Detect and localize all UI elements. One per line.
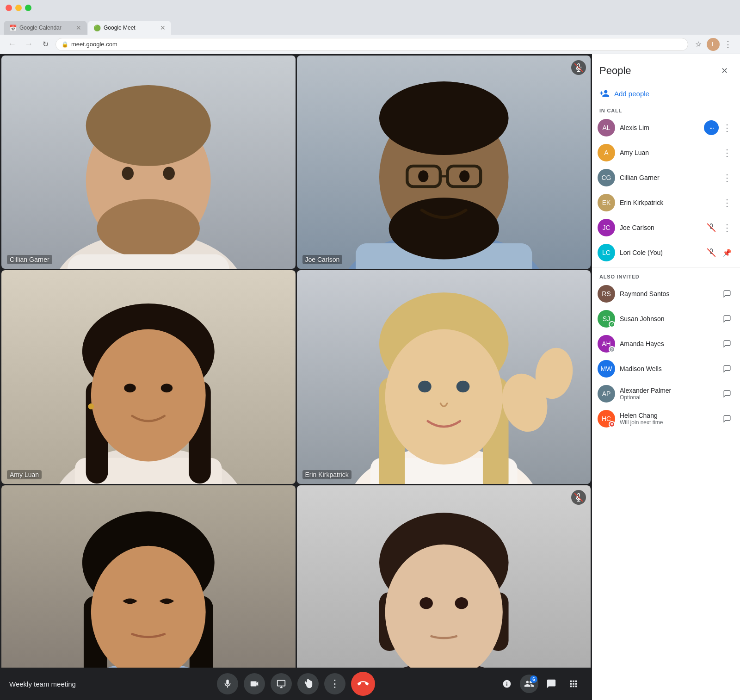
chat-icon-alexander xyxy=(723,390,731,398)
bookmark-icon[interactable]: ☆ xyxy=(692,38,705,51)
participant-info-raymond: Raymond Santos xyxy=(620,290,715,297)
avatar-cillian: CG xyxy=(598,169,615,186)
participant-item-madison: MW Madison Wells xyxy=(592,356,740,381)
participant-sub-alexander: Optional xyxy=(620,394,715,401)
avatar-erin: EK xyxy=(598,194,615,211)
people-panel-button[interactable]: 6 xyxy=(520,675,538,693)
traffic-minimize[interactable] xyxy=(15,5,22,11)
participant-actions-joe: ⋮ xyxy=(704,220,734,235)
participant-name-cillian: Cillian Garner xyxy=(620,174,715,181)
avatar-raymond: RS xyxy=(598,285,615,303)
more-options-amy[interactable]: ⋮ xyxy=(720,145,734,160)
message-amanda[interactable] xyxy=(720,336,734,351)
participant-name-alexis: Alexis Lim xyxy=(620,124,699,131)
participant-info-madison: Madison Wells xyxy=(620,365,715,372)
participant-item-susan: SJ ✓ Susan Johnson xyxy=(592,306,740,331)
chat-icon-susan xyxy=(723,315,731,323)
info-icon xyxy=(502,679,512,688)
present-button[interactable] xyxy=(271,673,292,694)
back-button[interactable]: ← xyxy=(6,38,18,51)
panel-close-button[interactable]: ✕ xyxy=(716,62,733,79)
message-madison[interactable] xyxy=(720,361,734,376)
svg-point-44 xyxy=(91,546,206,678)
participant-item-amanda: AH ? Amanda Hayes xyxy=(592,331,740,356)
participant-info-cillian: Cillian Garner xyxy=(620,174,715,181)
camera-toggle-button[interactable] xyxy=(244,673,265,694)
participant-actions-amy: ⋮ xyxy=(720,145,734,160)
panel-title: People xyxy=(599,65,631,77)
tile-name-amy: Amy Luan xyxy=(7,470,42,479)
traffic-close[interactable] xyxy=(6,5,12,11)
tab-meet[interactable]: 🟢 Google Meet ✕ xyxy=(88,21,171,35)
participant-info-susan: Susan Johnson xyxy=(620,315,715,322)
more-options-joe[interactable]: ⋮ xyxy=(720,220,734,235)
people-panel: People ✕ Add people IN CALL AL Alexis Li… xyxy=(592,54,740,700)
svg-point-5 xyxy=(163,167,175,180)
profile-avatar[interactable]: L xyxy=(707,38,720,51)
participant-info-lori: Lori Cole (You) xyxy=(620,249,699,256)
message-alexander[interactable] xyxy=(720,386,734,401)
chat-panel-icon xyxy=(546,679,556,689)
message-susan[interactable] xyxy=(720,311,734,326)
participant-name-lori: Lori Cole (You) xyxy=(620,249,699,256)
present-icon xyxy=(276,679,286,689)
panel-header: People ✕ xyxy=(592,54,740,84)
participant-item-amy: A Amy Luan ⋮ xyxy=(592,140,740,165)
avatar-lori: LC xyxy=(598,244,615,261)
add-people-button[interactable]: Add people xyxy=(592,84,740,103)
svg-point-16 xyxy=(459,170,469,182)
end-call-button[interactable] xyxy=(351,672,375,696)
avatar-alexis: AL xyxy=(598,119,615,136)
url-bar[interactable]: 🔒 meet.google.com xyxy=(56,38,688,51)
video-tile-lori: Lori Cole xyxy=(297,485,591,699)
activities-button[interactable] xyxy=(564,675,583,693)
chat-button[interactable] xyxy=(542,675,561,693)
svg-line-56 xyxy=(708,224,715,232)
chat-icon-amanda xyxy=(723,340,731,348)
mute-lori[interactable] xyxy=(704,245,719,260)
more-controls-button[interactable]: ⋮ xyxy=(324,673,345,694)
browser-chrome: 📅 Google Calendar ✕ 🟢 Google Meet ✕ xyxy=(0,0,740,35)
svg-point-27 xyxy=(161,384,173,393)
more-browser-menu[interactable]: ⋮ xyxy=(722,38,734,51)
participant-list: IN CALL AL Alexis Lim ··· ⋮ A Amy Luan xyxy=(592,103,740,700)
svg-point-51 xyxy=(419,597,433,609)
svg-point-26 xyxy=(124,384,136,393)
meeting-info-button[interactable] xyxy=(498,675,516,693)
forward-button[interactable]: → xyxy=(22,38,35,51)
video-tile-erin: Erin Kirkpatrick xyxy=(297,270,591,483)
tile-name-joe: Joe Carlson xyxy=(302,255,343,264)
bottom-controls-bar: Weekly team meeting xyxy=(0,668,592,700)
raise-hand-button[interactable] xyxy=(297,673,319,694)
participant-actions-lori: 📌 xyxy=(704,245,734,260)
participant-item-alexander: AP Alexander Palmer Optional xyxy=(592,381,740,406)
active-speaker-indicator[interactable]: ··· xyxy=(704,120,719,135)
url-text: meet.google.com xyxy=(71,41,117,48)
message-helen[interactable] xyxy=(720,411,734,426)
tab-calendar[interactable]: 📅 Google Calendar ✕ xyxy=(4,21,87,35)
chat-icon-raymond xyxy=(723,290,731,298)
more-options-cillian[interactable]: ⋮ xyxy=(720,170,734,185)
participant-name-raymond: Raymond Santos xyxy=(620,290,715,297)
svg-point-28 xyxy=(88,403,94,409)
participant-info-amy: Amy Luan xyxy=(620,149,715,156)
more-options-erin[interactable]: ⋮ xyxy=(720,195,734,210)
participant-info-joe: Joe Carlson xyxy=(620,224,699,231)
svg-point-15 xyxy=(418,170,428,182)
badge-question-amanda: ? xyxy=(609,346,615,353)
raise-hand-icon xyxy=(303,679,313,689)
traffic-maximize[interactable] xyxy=(25,5,31,11)
pin-lori[interactable]: 📌 xyxy=(720,245,734,260)
control-buttons: ⋮ xyxy=(217,672,375,696)
calendar-tab-close[interactable]: ✕ xyxy=(76,24,81,31)
more-options-alexis[interactable]: ⋮ xyxy=(720,120,734,135)
mic-toggle-button[interactable] xyxy=(217,673,238,694)
reload-button[interactable]: ↻ xyxy=(39,38,52,51)
avatar-madison: MW xyxy=(598,360,615,378)
message-raymond[interactable] xyxy=(720,286,734,301)
meet-tab-close[interactable]: ✕ xyxy=(160,24,166,31)
participant-info-amanda: Amanda Hayes xyxy=(620,340,715,347)
calendar-tab-icon: 📅 xyxy=(9,25,17,31)
mute-joe[interactable] xyxy=(704,220,719,235)
svg-point-4 xyxy=(122,167,134,180)
